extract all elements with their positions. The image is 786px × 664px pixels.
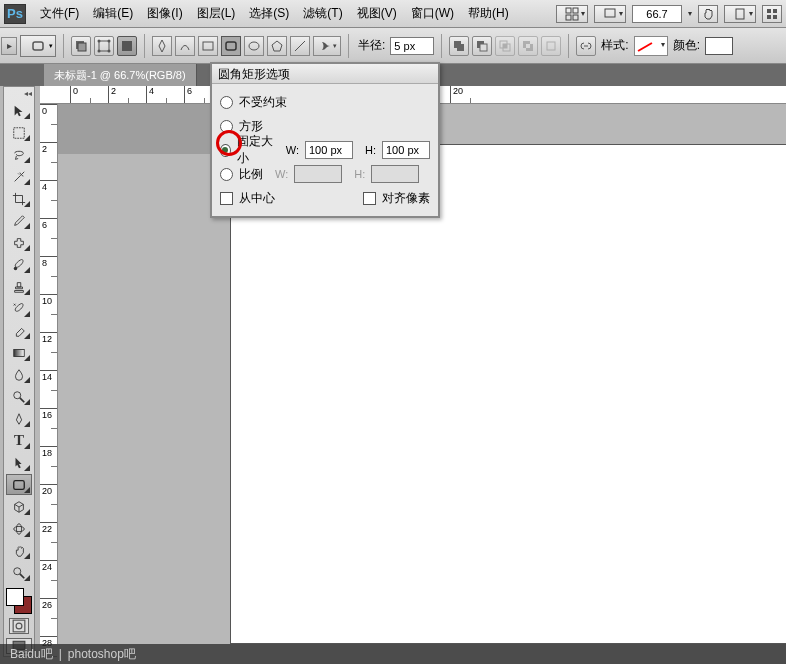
radio-fixed-size[interactable] <box>220 144 231 157</box>
3d-tool[interactable] <box>6 496 32 517</box>
doc-dead-area <box>58 104 230 154</box>
combine-merge[interactable] <box>541 36 561 56</box>
ruler-tick: 0 <box>70 86 108 104</box>
stamp-tool[interactable] <box>6 276 32 297</box>
combine-subtract[interactable] <box>472 36 492 56</box>
zoom-tool[interactable] <box>6 562 32 583</box>
document-canvas[interactable] <box>230 144 786 644</box>
mode-shape-layers[interactable] <box>71 36 91 56</box>
dodge-tool[interactable] <box>6 386 32 407</box>
separator <box>144 34 145 58</box>
link-icon <box>579 39 593 53</box>
healing-tool[interactable] <box>6 232 32 253</box>
collapse-icon[interactable]: ◂◂ <box>24 89 32 99</box>
menu-image[interactable]: 图像(I) <box>141 2 188 25</box>
checkbox-from-center[interactable] <box>220 192 233 205</box>
combine-exclude[interactable] <box>518 36 538 56</box>
quick-mask-button[interactable] <box>9 618 29 634</box>
menu-view[interactable]: 视图(V) <box>351 2 403 25</box>
radio-unconstrained[interactable] <box>220 96 233 109</box>
options-bar: ▸ ▾ 半径: 样式: 颜色: <box>0 28 786 64</box>
eyedropper-tool[interactable] <box>6 210 32 231</box>
menu-layer[interactable]: 图层(L) <box>191 2 242 25</box>
combine-intersect[interactable] <box>495 36 515 56</box>
color-wells[interactable] <box>6 588 32 614</box>
history-brush-tool[interactable] <box>6 298 32 319</box>
radius-input[interactable] <box>390 37 434 55</box>
menu-help[interactable]: 帮助(H) <box>462 2 515 25</box>
rounded-rect-shape-opt[interactable] <box>221 36 241 56</box>
pen-tool[interactable] <box>6 408 32 429</box>
style-picker[interactable] <box>634 36 668 56</box>
svg-rect-40 <box>14 480 25 489</box>
hand-tool[interactable] <box>6 540 32 561</box>
tool-preset-picker[interactable] <box>20 35 56 57</box>
gradient-tool[interactable] <box>6 342 32 363</box>
blur-tool[interactable] <box>6 364 32 385</box>
zoom-percent[interactable]: 66.7 <box>632 5 682 23</box>
menu-edit[interactable]: 编辑(E) <box>87 2 139 25</box>
ruler-tick: 2 <box>108 86 146 104</box>
svg-point-41 <box>14 526 25 531</box>
type-tool[interactable]: T <box>6 430 32 451</box>
menu-select[interactable]: 选择(S) <box>243 2 295 25</box>
extra-button-3[interactable] <box>762 5 782 23</box>
ruler-tick: 4 <box>40 180 57 218</box>
ellipse-shape-opt[interactable] <box>244 36 264 56</box>
wand-tool[interactable] <box>6 166 32 187</box>
svg-point-21 <box>249 42 259 50</box>
move-tool[interactable] <box>6 100 32 121</box>
pen-tool-opt[interactable] <box>152 36 172 56</box>
mode-paths[interactable] <box>94 36 114 56</box>
color-swatch[interactable] <box>705 37 733 55</box>
path-select-tool[interactable] <box>6 452 32 473</box>
rectangle-shape-opt[interactable] <box>198 36 218 56</box>
document-tab[interactable]: 未标题-1 @ 66.7%(RGB/8) <box>44 64 197 86</box>
3d-camera-tool[interactable] <box>6 518 32 539</box>
arrange-docs-button[interactable] <box>556 5 588 23</box>
extra-button-2[interactable] <box>724 5 756 23</box>
crop-tool[interactable] <box>6 188 32 209</box>
width-input[interactable] <box>305 141 353 159</box>
menu-filter[interactable]: 滤镜(T) <box>297 2 348 25</box>
lasso-tool[interactable] <box>6 144 32 165</box>
layers-icon <box>74 39 88 53</box>
menu-bar: Ps 文件(F) 编辑(E) 图像(I) 图层(L) 选择(S) 滤镜(T) 视… <box>0 0 786 28</box>
custom-shape-opt[interactable]: ▾ <box>313 36 341 56</box>
app-logo: Ps <box>4 4 26 24</box>
intersect-icon <box>498 39 512 53</box>
svg-rect-20 <box>226 42 236 50</box>
marquee-tool[interactable] <box>6 122 32 143</box>
separator <box>348 34 349 58</box>
hand-extra-button[interactable] <box>698 5 718 23</box>
brush-tool[interactable] <box>6 254 32 275</box>
menu-file[interactable]: 文件(F) <box>34 2 85 25</box>
checkbox-snap-pixels[interactable] <box>363 192 376 205</box>
height-input[interactable] <box>382 141 430 159</box>
freeform-pen-opt[interactable] <box>175 36 195 56</box>
pen-icon <box>155 39 169 53</box>
merge-icon <box>544 39 558 53</box>
menu-window[interactable]: 窗口(W) <box>405 2 460 25</box>
svg-line-44 <box>20 573 24 577</box>
mode-fill-pixels[interactable] <box>117 36 137 56</box>
svg-point-46 <box>16 623 22 629</box>
combine-add[interactable] <box>449 36 469 56</box>
fg-color-well[interactable] <box>6 588 24 606</box>
polygon-shape-opt[interactable] <box>267 36 287 56</box>
radio-square[interactable] <box>220 120 233 133</box>
prop-height-input <box>371 165 419 183</box>
radio-proportional[interactable] <box>220 168 233 181</box>
svg-rect-37 <box>14 349 25 356</box>
svg-rect-1 <box>573 8 578 13</box>
svg-point-15 <box>108 39 111 42</box>
eraser-tool[interactable] <box>6 320 32 341</box>
link-dims[interactable] <box>576 36 596 56</box>
svg-rect-9 <box>773 15 777 19</box>
shape-tool[interactable] <box>6 474 32 495</box>
screen-mode-button[interactable] <box>594 5 626 23</box>
fill-icon <box>120 39 134 53</box>
line-shape-opt[interactable] <box>290 36 310 56</box>
w2-label: W: <box>275 168 288 180</box>
expand-tab[interactable]: ▸ <box>1 37 17 55</box>
